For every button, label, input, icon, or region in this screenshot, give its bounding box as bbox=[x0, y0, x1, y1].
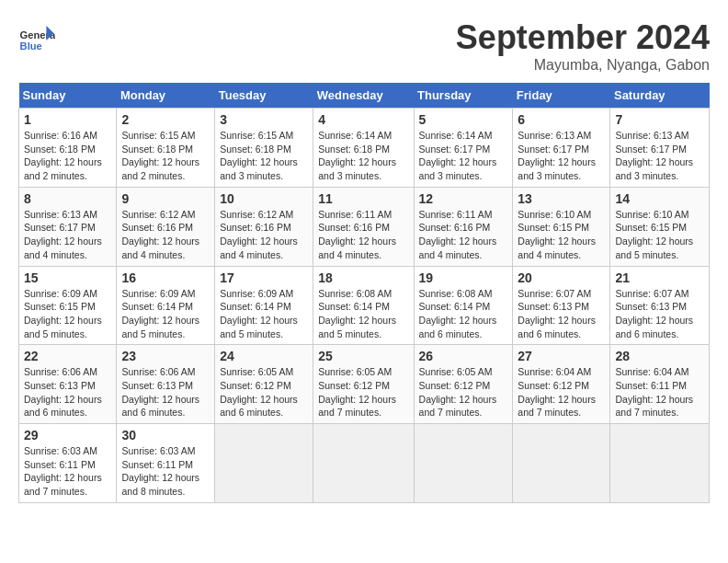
day-info: Sunrise: 6:08 AM Sunset: 6:14 PM Dayligh… bbox=[419, 287, 508, 341]
day-info: Sunrise: 6:11 AM Sunset: 6:16 PM Dayligh… bbox=[419, 208, 508, 262]
day-info: Sunrise: 6:14 AM Sunset: 6:17 PM Dayligh… bbox=[419, 129, 508, 183]
col-wednesday: Wednesday bbox=[313, 83, 414, 109]
day-info: Sunrise: 6:05 AM Sunset: 6:12 PM Dayligh… bbox=[419, 365, 508, 419]
col-saturday: Saturday bbox=[610, 83, 710, 109]
day-number: 17 bbox=[220, 270, 308, 285]
day-number: 1 bbox=[24, 112, 111, 127]
day-info: Sunrise: 6:12 AM Sunset: 6:16 PM Dayligh… bbox=[121, 208, 210, 262]
day-info: Sunrise: 6:11 AM Sunset: 6:16 PM Dayligh… bbox=[318, 208, 408, 262]
calendar-cell: 8Sunrise: 6:13 AM Sunset: 6:17 PM Daylig… bbox=[19, 187, 117, 266]
calendar-row: 29Sunrise: 6:03 AM Sunset: 6:11 PM Dayli… bbox=[19, 424, 710, 503]
day-info: Sunrise: 6:05 AM Sunset: 6:12 PM Dayligh… bbox=[318, 365, 408, 419]
title-block: September 2024 Mayumba, Nyanga, Gabon bbox=[456, 18, 710, 74]
calendar-cell: 9Sunrise: 6:12 AM Sunset: 6:16 PM Daylig… bbox=[117, 187, 215, 266]
calendar-cell: 30Sunrise: 6:03 AM Sunset: 6:11 PM Dayli… bbox=[117, 424, 215, 503]
day-info: Sunrise: 6:06 AM Sunset: 6:13 PM Dayligh… bbox=[24, 365, 111, 419]
calendar-table: Sunday Monday Tuesday Wednesday Thursday… bbox=[18, 83, 710, 503]
day-number: 14 bbox=[615, 191, 704, 206]
day-number: 3 bbox=[220, 112, 308, 127]
day-number: 5 bbox=[419, 112, 508, 127]
day-number: 9 bbox=[121, 191, 210, 206]
calendar-cell: 1Sunrise: 6:16 AM Sunset: 6:18 PM Daylig… bbox=[19, 109, 117, 188]
col-sunday: Sunday bbox=[19, 83, 117, 109]
day-info: Sunrise: 6:03 AM Sunset: 6:11 PM Dayligh… bbox=[121, 444, 210, 499]
day-number: 6 bbox=[518, 112, 605, 127]
calendar-cell: 21Sunrise: 6:07 AM Sunset: 6:13 PM Dayli… bbox=[610, 266, 710, 345]
day-info: Sunrise: 6:09 AM Sunset: 6:14 PM Dayligh… bbox=[121, 287, 210, 341]
day-info: Sunrise: 6:07 AM Sunset: 6:13 PM Dayligh… bbox=[615, 287, 704, 341]
day-number: 12 bbox=[419, 191, 508, 206]
calendar-cell: 22Sunrise: 6:06 AM Sunset: 6:13 PM Dayli… bbox=[19, 345, 117, 424]
calendar-cell: 24Sunrise: 6:05 AM Sunset: 6:12 PM Dayli… bbox=[215, 345, 313, 424]
day-info: Sunrise: 6:15 AM Sunset: 6:18 PM Dayligh… bbox=[220, 129, 308, 183]
day-info: Sunrise: 6:15 AM Sunset: 6:18 PM Dayligh… bbox=[121, 129, 210, 183]
day-info: Sunrise: 6:04 AM Sunset: 6:12 PM Dayligh… bbox=[518, 365, 605, 419]
calendar-cell: 12Sunrise: 6:11 AM Sunset: 6:16 PM Dayli… bbox=[414, 187, 513, 266]
calendar-cell: 27Sunrise: 6:04 AM Sunset: 6:12 PM Dayli… bbox=[513, 345, 610, 424]
calendar-cell bbox=[313, 424, 414, 503]
header-row: Sunday Monday Tuesday Wednesday Thursday… bbox=[19, 83, 710, 109]
day-info: Sunrise: 6:10 AM Sunset: 6:15 PM Dayligh… bbox=[518, 208, 605, 262]
day-number: 2 bbox=[121, 112, 210, 127]
day-number: 30 bbox=[121, 428, 210, 442]
calendar-cell: 7Sunrise: 6:13 AM Sunset: 6:17 PM Daylig… bbox=[610, 109, 710, 188]
calendar-cell bbox=[215, 424, 313, 503]
day-info: Sunrise: 6:14 AM Sunset: 6:18 PM Dayligh… bbox=[318, 129, 408, 183]
day-info: Sunrise: 6:13 AM Sunset: 6:17 PM Dayligh… bbox=[24, 208, 111, 262]
col-thursday: Thursday bbox=[414, 83, 513, 109]
calendar-cell bbox=[610, 424, 710, 503]
location: Mayumba, Nyanga, Gabon bbox=[456, 57, 710, 74]
col-monday: Monday bbox=[117, 83, 215, 109]
calendar-cell: 29Sunrise: 6:03 AM Sunset: 6:11 PM Dayli… bbox=[19, 424, 117, 503]
calendar-cell bbox=[414, 424, 513, 503]
calendar-cell: 11Sunrise: 6:11 AM Sunset: 6:16 PM Dayli… bbox=[313, 187, 414, 266]
calendar-cell: 18Sunrise: 6:08 AM Sunset: 6:14 PM Dayli… bbox=[313, 266, 414, 345]
day-number: 29 bbox=[24, 428, 111, 442]
calendar-cell: 28Sunrise: 6:04 AM Sunset: 6:11 PM Dayli… bbox=[610, 345, 710, 424]
day-info: Sunrise: 6:08 AM Sunset: 6:14 PM Dayligh… bbox=[318, 287, 408, 341]
day-info: Sunrise: 6:12 AM Sunset: 6:16 PM Dayligh… bbox=[220, 208, 308, 262]
logo: General Blue bbox=[18, 18, 55, 55]
calendar-cell: 2Sunrise: 6:15 AM Sunset: 6:18 PM Daylig… bbox=[117, 109, 215, 188]
day-number: 11 bbox=[318, 191, 408, 206]
day-number: 18 bbox=[318, 270, 408, 285]
calendar-cell: 20Sunrise: 6:07 AM Sunset: 6:13 PM Dayli… bbox=[513, 266, 610, 345]
calendar-cell: 10Sunrise: 6:12 AM Sunset: 6:16 PM Dayli… bbox=[215, 187, 313, 266]
calendar-cell: 25Sunrise: 6:05 AM Sunset: 6:12 PM Dayli… bbox=[313, 345, 414, 424]
day-number: 20 bbox=[518, 270, 605, 285]
day-number: 4 bbox=[318, 112, 408, 127]
day-info: Sunrise: 6:03 AM Sunset: 6:11 PM Dayligh… bbox=[24, 444, 111, 499]
calendar-row: 15Sunrise: 6:09 AM Sunset: 6:15 PM Dayli… bbox=[19, 266, 710, 345]
day-info: Sunrise: 6:05 AM Sunset: 6:12 PM Dayligh… bbox=[220, 365, 308, 419]
calendar-cell: 14Sunrise: 6:10 AM Sunset: 6:15 PM Dayli… bbox=[610, 187, 710, 266]
day-number: 24 bbox=[220, 349, 308, 363]
day-number: 16 bbox=[121, 270, 210, 285]
calendar-cell: 26Sunrise: 6:05 AM Sunset: 6:12 PM Dayli… bbox=[414, 345, 513, 424]
day-info: Sunrise: 6:16 AM Sunset: 6:18 PM Dayligh… bbox=[24, 129, 111, 183]
month-title: September 2024 bbox=[456, 18, 710, 57]
logo-icon: General Blue bbox=[18, 18, 55, 55]
col-tuesday: Tuesday bbox=[215, 83, 313, 109]
day-number: 23 bbox=[121, 349, 210, 363]
day-info: Sunrise: 6:06 AM Sunset: 6:13 PM Dayligh… bbox=[121, 365, 210, 419]
day-number: 10 bbox=[220, 191, 308, 206]
day-number: 22 bbox=[24, 349, 111, 363]
day-number: 7 bbox=[615, 112, 704, 127]
day-number: 28 bbox=[615, 349, 704, 363]
day-number: 21 bbox=[615, 270, 704, 285]
calendar-row: 1Sunrise: 6:16 AM Sunset: 6:18 PM Daylig… bbox=[19, 109, 710, 188]
day-number: 13 bbox=[518, 191, 605, 206]
svg-text:Blue: Blue bbox=[20, 40, 42, 52]
col-friday: Friday bbox=[513, 83, 610, 109]
day-info: Sunrise: 6:04 AM Sunset: 6:11 PM Dayligh… bbox=[615, 365, 704, 419]
day-number: 15 bbox=[24, 270, 111, 285]
calendar-cell: 5Sunrise: 6:14 AM Sunset: 6:17 PM Daylig… bbox=[414, 109, 513, 188]
day-number: 26 bbox=[419, 349, 508, 363]
page-header: General Blue September 2024 Mayumba, Nya… bbox=[18, 18, 710, 74]
day-number: 25 bbox=[318, 349, 408, 363]
day-info: Sunrise: 6:07 AM Sunset: 6:13 PM Dayligh… bbox=[518, 287, 605, 341]
calendar-cell: 17Sunrise: 6:09 AM Sunset: 6:14 PM Dayli… bbox=[215, 266, 313, 345]
day-number: 8 bbox=[24, 191, 111, 206]
calendar-cell: 23Sunrise: 6:06 AM Sunset: 6:13 PM Dayli… bbox=[117, 345, 215, 424]
day-info: Sunrise: 6:09 AM Sunset: 6:15 PM Dayligh… bbox=[24, 287, 111, 341]
